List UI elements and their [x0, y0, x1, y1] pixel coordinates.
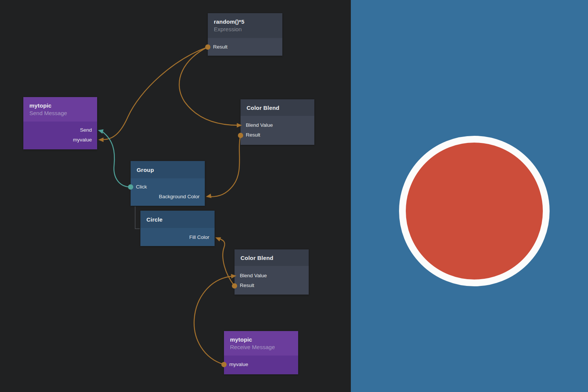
node-title: Color Blend	[247, 104, 308, 112]
port-blend-value[interactable]: Blend Value	[235, 271, 309, 281]
arrow-background-color-input	[206, 194, 212, 199]
wire-click-to-send[interactable]	[102, 132, 131, 187]
wire-result-to-background-color[interactable]	[210, 135, 241, 197]
preview-circle-shape	[399, 136, 550, 286]
node-body: Send myvalue	[23, 122, 97, 149]
node-canvas[interactable]: random()*5 Expression Result mytopic Sen…	[0, 0, 351, 392]
arrow-myvalue-input	[98, 138, 104, 142]
node-color-blend-2[interactable]: Color Blend Blend Value Result	[235, 249, 309, 295]
node-header: Color Blend	[241, 99, 314, 116]
port-result[interactable]: Result	[208, 42, 282, 52]
node-body: Blend Value Result	[235, 266, 309, 295]
node-title: random()*5	[214, 18, 276, 26]
node-header: Circle	[140, 211, 215, 228]
node-title: Color Blend	[241, 254, 303, 262]
node-header: Color Blend	[235, 249, 309, 266]
node-body: myvalue	[224, 356, 298, 374]
node-header: mytopic Send Message	[23, 97, 97, 122]
node-title: mytopic	[29, 102, 91, 109]
node-subtitle: Send Message	[29, 109, 91, 117]
port-myvalue[interactable]: myvalue	[224, 360, 298, 369]
node-body: Blend Value Result	[241, 116, 314, 145]
hierarchy-line	[135, 207, 140, 229]
node-group[interactable]: Group Click Background Color	[131, 161, 205, 206]
node-circle[interactable]: Circle Fill Color	[140, 211, 215, 246]
node-subtitle: Receive Message	[230, 343, 292, 351]
port-background-color[interactable]: Background Color	[131, 192, 205, 202]
wire-result-to-myvalue[interactable]	[103, 47, 208, 140]
node-color-blend-1[interactable]: Color Blend Blend Value Result	[241, 99, 314, 145]
node-header: Group	[131, 161, 205, 178]
wire-result-to-fill-color[interactable]	[219, 239, 235, 286]
port-send[interactable]: Send	[23, 125, 97, 135]
port-myvalue[interactable]: myvalue	[23, 135, 97, 145]
node-body: Result	[208, 38, 282, 56]
wire-result-to-blend-value-1[interactable]	[179, 47, 239, 125]
arrow-send-input	[97, 128, 104, 134]
node-body: Fill Color	[140, 228, 215, 246]
port-result[interactable]: Result	[241, 130, 314, 140]
noodl-editor: random()*5 Expression Result mytopic Sen…	[0, 0, 588, 392]
port-click[interactable]: Click	[131, 182, 205, 192]
port-blend-value[interactable]: Blend Value	[241, 120, 314, 130]
node-title: Group	[137, 166, 199, 174]
port-fill-color[interactable]: Fill Color	[140, 232, 215, 242]
node-title: Circle	[146, 216, 209, 223]
node-header: mytopic Receive Message	[224, 331, 298, 356]
node-receive-message[interactable]: mytopic Receive Message myvalue	[224, 331, 298, 374]
node-title: mytopic	[230, 336, 292, 343]
node-expression[interactable]: random()*5 Expression Result	[208, 13, 282, 56]
arrow-fill-color-input	[215, 235, 221, 241]
port-result[interactable]: Result	[235, 281, 309, 290]
node-body: Click Background Color	[131, 178, 205, 206]
preview-panel	[351, 0, 588, 392]
node-send-message[interactable]: mytopic Send Message Send myvalue	[23, 97, 97, 149]
node-header: random()*5 Expression	[208, 13, 282, 38]
node-subtitle: Expression	[214, 26, 276, 33]
